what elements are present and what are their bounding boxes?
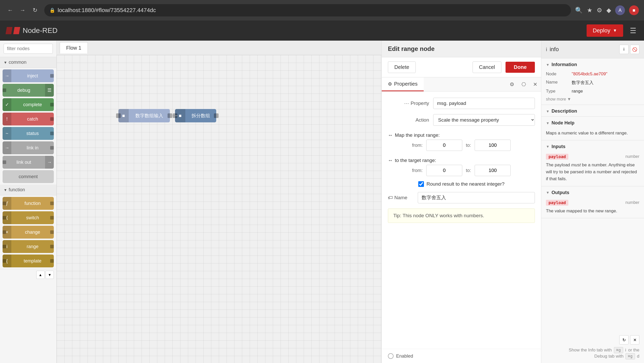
cancel-button[interactable]: Cancel xyxy=(473,61,501,73)
profile-avatar[interactable]: A xyxy=(615,5,625,15)
settings-action-button[interactable]: ⚙ xyxy=(506,79,518,90)
outputs-chevron-icon: ▼ xyxy=(546,190,550,195)
name-input[interactable] xyxy=(418,192,535,203)
info-panel: i info i 🚫 ▼ Information Node "8054bdc5.… xyxy=(541,41,644,363)
switch-label: switch xyxy=(11,215,54,221)
outputs-section-header[interactable]: ▼ Outputs xyxy=(541,186,644,198)
edit-footer: Enabled xyxy=(382,349,541,363)
function-port-left xyxy=(3,202,6,205)
target-range-section: ↔ to the target range: from: to: xyxy=(388,156,535,176)
switch-port-right xyxy=(50,216,54,220)
split-node-label: 拆分数组 xyxy=(185,113,216,119)
close-info-button[interactable]: ✕ xyxy=(630,335,639,344)
node-item-change[interactable]: × change xyxy=(3,226,54,239)
description-section-header[interactable]: ▼ Description xyxy=(541,105,644,116)
node-item-link-in[interactable]: → link in xyxy=(3,141,54,154)
done-button[interactable]: Done xyxy=(506,62,535,73)
copy-action-button[interactable]: ⎔ xyxy=(518,79,529,90)
address-bar[interactable]: 🔒 localhost:1880/#flow/73554227.4474dc xyxy=(44,4,571,16)
close-action-button[interactable]: ✕ xyxy=(529,79,541,90)
delete-button[interactable]: Delete xyxy=(388,61,416,73)
forward-button[interactable]: → xyxy=(18,5,28,15)
refresh-button[interactable]: ↻ xyxy=(30,5,40,15)
node-item-comment[interactable]: comment xyxy=(3,170,54,183)
properties-tab-icon: ⚙ xyxy=(388,81,392,87)
property-label: ⋯ Property xyxy=(388,101,429,106)
target-from-input[interactable] xyxy=(426,165,462,176)
input-port-right xyxy=(168,113,172,118)
scroll-down-button[interactable]: ▼ xyxy=(46,271,54,279)
node-item-template[interactable]: { template xyxy=(3,255,54,267)
target-from-label: from: xyxy=(412,168,423,173)
target-to-input[interactable] xyxy=(475,165,511,176)
properties-tab[interactable]: ⚙ Properties xyxy=(382,77,424,91)
node-item-inject[interactable]: → inject xyxy=(3,69,54,82)
node-item-catch[interactable]: ! catch xyxy=(3,113,54,125)
node-item-debug[interactable]: debug ☰ xyxy=(3,84,54,97)
input-port-left xyxy=(116,113,121,118)
target-to-label: to: xyxy=(466,168,471,173)
linkin-icon: → xyxy=(3,141,11,154)
input-range-row: from: to: xyxy=(388,140,535,151)
input-to-input[interactable] xyxy=(475,140,511,151)
action-select[interactable]: Scale the message property Clamp the mes… xyxy=(433,114,535,126)
node-item-link-out[interactable]: link out → xyxy=(3,156,54,169)
function-port-right xyxy=(50,202,54,205)
info-tab-button[interactable]: i xyxy=(619,45,629,54)
node-item-function[interactable]: f function xyxy=(3,197,54,210)
flow-tab[interactable]: Flow 1 xyxy=(60,42,88,53)
extension2-button[interactable]: ◆ xyxy=(606,7,611,14)
debug-icon: ☰ xyxy=(45,84,54,97)
round-checkbox[interactable] xyxy=(418,181,424,187)
function-label: function xyxy=(11,201,54,206)
enabled-circle-icon xyxy=(388,353,394,359)
info-panel-title: info xyxy=(550,46,617,53)
node-item-switch[interactable]: ⟨ switch xyxy=(3,211,54,224)
information-section: ▼ Information Node "8054bdc5.ae709" Name… xyxy=(541,58,644,105)
property-dots-icon: ⋯ xyxy=(404,101,409,106)
input-from-input[interactable] xyxy=(426,140,462,151)
bookmark-button[interactable]: ★ xyxy=(587,7,593,14)
common-section-label: common xyxy=(9,60,27,65)
function-section-header[interactable]: ▼ function xyxy=(0,185,56,195)
input-to-label: to: xyxy=(466,143,471,148)
chevron-down-icon: ▼ xyxy=(4,60,7,65)
search-button[interactable]: 🔍 xyxy=(575,7,583,14)
back-button[interactable]: ← xyxy=(5,5,15,15)
tip-box: Tip: This node ONLY works with numbers. xyxy=(388,208,535,223)
function-section-label: function xyxy=(9,187,25,193)
canvas-input-node[interactable]: ■ 数字数组输入 xyxy=(118,109,170,122)
output-payload-type: number xyxy=(625,199,639,206)
show-more-link[interactable]: show more ▼ xyxy=(541,95,644,105)
canvas-split-node[interactable]: ■ 拆分数组 xyxy=(175,109,216,122)
app: Node-RED Deploy ▼ ☰ ▼ common → inject xyxy=(0,21,644,363)
flow-canvas[interactable]: ■ 数字数组输入 ■ 拆分数组 xyxy=(57,55,381,363)
input-node-label: 数字数组输入 xyxy=(129,113,170,119)
search-input[interactable] xyxy=(4,44,53,54)
extension-button[interactable]: ⚙ xyxy=(597,7,602,14)
linkout-label: link out xyxy=(3,160,45,165)
information-section-header[interactable]: ▼ Information xyxy=(541,58,644,70)
scroll-up-button[interactable]: ▲ xyxy=(36,271,45,279)
debug-tab-button[interactable]: 🚫 xyxy=(630,45,639,54)
name-info-row: Name 数字舍五入 xyxy=(541,78,644,87)
menu-button[interactable]: ☰ xyxy=(628,25,638,37)
edit-tabs-bar: ⚙ Properties ⚙ ⎔ ✕ xyxy=(382,77,541,92)
node-help-header[interactable]: ▼ Node Help xyxy=(541,117,644,128)
node-item-range[interactable]: i range xyxy=(3,240,54,253)
property-input[interactable] xyxy=(433,98,535,109)
complete-port-right xyxy=(50,103,54,106)
node-key: Node xyxy=(546,71,569,77)
name-tag-icon: 🏷 xyxy=(388,195,393,201)
complete-label: complete xyxy=(11,102,54,107)
outputs-section-label: Outputs xyxy=(552,190,569,195)
inputs-section-header[interactable]: ▼ Inputs xyxy=(541,140,644,152)
common-section-header[interactable]: ▼ common xyxy=(0,57,56,68)
node-item-status[interactable]: ~ status xyxy=(3,127,54,140)
range-port-right xyxy=(50,245,54,248)
refresh-button[interactable]: ↻ xyxy=(619,335,629,344)
status-label: status xyxy=(11,131,54,136)
deploy-button[interactable]: Deploy ▼ xyxy=(587,24,623,37)
show-info-text: Show the Info tab with xyxy=(569,348,612,353)
node-item-complete[interactable]: ✓ complete xyxy=(3,98,54,111)
